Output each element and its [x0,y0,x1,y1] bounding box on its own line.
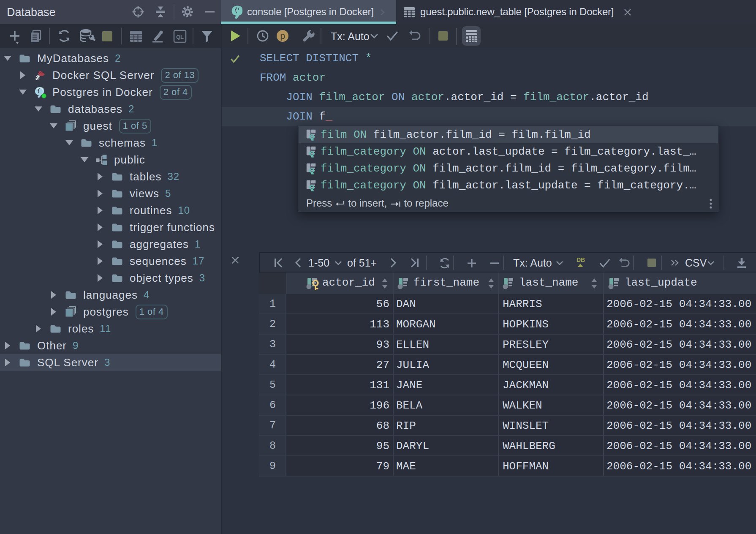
svg-text:p: p [280,32,286,41]
svg-text:QL: QL [176,34,184,40]
svg-text:DB: DB [577,256,585,263]
